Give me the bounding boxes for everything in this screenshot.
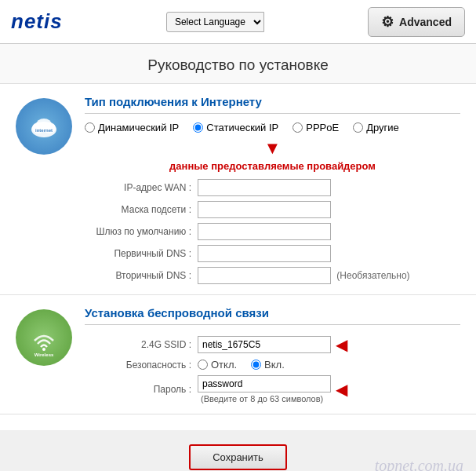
wireless-icon: Wireless: [16, 309, 72, 366]
wan-ip-label: IP-адрес WAN :: [85, 177, 194, 199]
password-hint: (Введите от 8 до 63 символов): [198, 394, 331, 403]
radio-static-ip[interactable]: Статический IP: [193, 122, 278, 133]
svg-point-5: [42, 348, 45, 351]
radio-other-label: Другие: [366, 122, 399, 133]
gateway-input[interactable]: [198, 223, 331, 240]
internet-section-body: Тип подключения к Интернету Динамический…: [85, 95, 460, 287]
save-button[interactable]: Сохранить: [189, 444, 287, 470]
secondary-dns-label: Вторичный DNS :: [85, 265, 194, 287]
security-radio-group: Откл. Вкл.: [198, 359, 457, 371]
wireless-fields-table: 2.4G SSID : ◀ Безопасность :: [85, 333, 460, 406]
password-label: Пароль :: [85, 373, 194, 406]
advanced-label: Advanced: [399, 16, 452, 28]
radio-dynamic-ip-input[interactable]: [85, 122, 95, 133]
subnet-mask-label: Маска подсети :: [85, 199, 194, 221]
internet-fields-table: IP-адрес WAN : Маска подсети : Шлюз по у…: [85, 177, 460, 287]
red-arrow-left-icon: ◀: [336, 335, 347, 354]
ssid-input[interactable]: [198, 336, 331, 353]
cloud-wifi-icon: internet: [27, 109, 61, 144]
header: netis Select Language English Русский Ук…: [0, 0, 476, 44]
radio-on-label: Вкл.: [264, 359, 285, 371]
internet-section-title: Тип подключения к Интернету: [85, 95, 460, 114]
advanced-button[interactable]: ⚙ Advanced: [368, 7, 465, 37]
radio-other[interactable]: Другие: [353, 122, 399, 133]
red-arrow-left-password-icon: ◀: [336, 380, 347, 399]
table-row: Вторичный DNS : (Необязательно): [85, 265, 460, 287]
radio-dynamic-ip[interactable]: Динамический IP: [85, 122, 179, 133]
radio-pppoe-input[interactable]: [293, 122, 303, 133]
table-row: Безопасность : Откл. Вкл.: [85, 356, 460, 373]
primary-dns-label: Первичный DNS :: [85, 243, 194, 265]
table-row: 2.4G SSID : ◀: [85, 333, 460, 356]
provider-label: данные предоставляемые провайдером: [85, 160, 460, 172]
main-content: internet Тип подключения к Интернету Дин…: [0, 84, 476, 430]
table-row: Маска подсети :: [85, 199, 460, 221]
page-title: Руководство по установке: [0, 57, 476, 74]
ssid-label: 2.4G SSID :: [85, 333, 194, 356]
radio-off-input[interactable]: [198, 360, 208, 370]
internet-icon: internet: [16, 98, 72, 155]
radio-on[interactable]: Вкл.: [251, 359, 285, 371]
footer: Сохранить topnet.com.ua: [0, 430, 476, 471]
wireless-section: Wireless Установка беспроводной связи 2.…: [0, 295, 476, 414]
password-input[interactable]: [198, 375, 331, 392]
security-label: Безопасность :: [85, 356, 194, 373]
password-field-wrap: (Введите от 8 до 63 символов): [198, 375, 331, 403]
connection-type-radio-group: Динамический IP Статический IP PPPoE Дру…: [85, 122, 460, 133]
primary-dns-input[interactable]: [198, 245, 331, 262]
table-row: Шлюз по умолчанию :: [85, 221, 460, 243]
internet-section-inner: internet Тип подключения к Интернету Дин…: [16, 95, 460, 287]
secondary-dns-input[interactable]: [198, 267, 331, 284]
radio-static-ip-input[interactable]: [193, 122, 203, 133]
subnet-mask-input[interactable]: [198, 201, 331, 218]
red-arrow-down-icon: ▼: [85, 140, 460, 157]
language-selector-wrap: Select Language English Русский Українсь…: [166, 12, 264, 32]
radio-off-label: Откл.: [211, 359, 237, 371]
svg-text:Wireless: Wireless: [35, 352, 54, 356]
table-row: Пароль : (Введите от 8 до 63 символов) ◀: [85, 373, 460, 406]
radio-dynamic-ip-label: Динамический IP: [98, 122, 179, 133]
wireless-section-title: Установка беспроводной связи: [85, 306, 460, 325]
wireless-section-body: Установка беспроводной связи 2.4G SSID :…: [85, 306, 460, 406]
topnet-watermark: topnet.com.ua: [375, 457, 463, 471]
wan-ip-input[interactable]: [198, 179, 331, 196]
radio-off[interactable]: Откл.: [198, 359, 237, 371]
svg-text:internet: internet: [35, 128, 53, 133]
internet-section: internet Тип подключения к Интернету Дин…: [0, 84, 476, 295]
logo: netis: [11, 9, 63, 34]
password-row: (Введите от 8 до 63 символов) ◀: [198, 375, 457, 403]
radio-pppoe-label: PPPoE: [306, 122, 339, 133]
radio-other-input[interactable]: [353, 122, 363, 133]
page-title-wrap: Руководство по установке: [0, 44, 476, 84]
optional-text: (Необязательно): [333, 270, 409, 281]
table-row: Первичный DNS :: [85, 243, 460, 265]
wireless-section-inner: Wireless Установка беспроводной связи 2.…: [16, 306, 460, 406]
ssid-row: ◀: [198, 335, 457, 354]
language-select[interactable]: Select Language English Русский Українсь…: [166, 12, 264, 32]
table-row: IP-адрес WAN :: [85, 177, 460, 199]
radio-on-input[interactable]: [251, 360, 261, 370]
radio-pppoe[interactable]: PPPoE: [293, 122, 339, 133]
radio-static-ip-label: Статический IP: [206, 122, 278, 133]
gear-icon: ⚙: [381, 13, 394, 31]
wifi-icon-svg: Wireless: [25, 319, 63, 356]
gateway-label: Шлюз по умолчанию :: [85, 221, 194, 243]
